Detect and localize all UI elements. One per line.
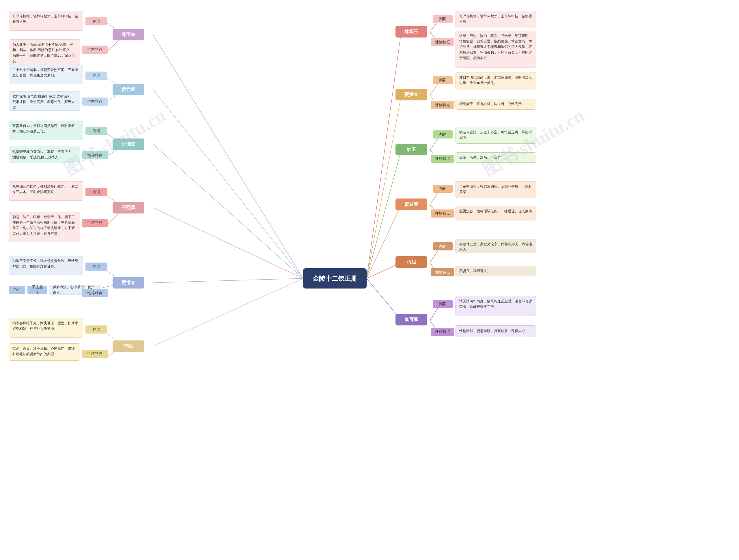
cat-label: 性格特点: [88, 351, 103, 357]
content-shixiangyun-xg: 热情豪爽和心直口快、率直、平等待人、洒脱积极、乐观的,她以诚待人: [9, 147, 80, 163]
person-liwan: 李纨: [113, 341, 144, 352]
cat-jiayuanchun-pan: 判词: [86, 71, 107, 79]
content-qinkeyun-pan: 情天情海幻情身，情既相逢必主淫。漫言不肖皆荣出，造衅开端实在宁。: [455, 296, 536, 316]
cat-jiayingchun-pan: 判词: [433, 185, 453, 193]
center-node: 金陵十二钗正册: [303, 268, 366, 289]
cat-label: 性格特点: [88, 99, 103, 105]
cat-label: 性格特点: [435, 211, 450, 216]
person-label: 薛宝钗: [122, 31, 135, 38]
cat-label: 判词: [93, 18, 100, 24]
content-wangxifeng-pan: 凡鸟偏从末世来，都知爱慕此生才。一从二令三人木，哭向金陵事更哀。: [9, 181, 83, 201]
cat-jiayuanchun-xg: 性格特点: [82, 98, 108, 106]
content-qiaojie-xg: 慕贤良、乖巧可人: [455, 266, 536, 276]
svg-line-6: [366, 32, 401, 278]
cat-label: 性格特点: [88, 220, 103, 226]
person-label: 李纨: [124, 343, 133, 350]
person-label: 秦可卿: [405, 316, 418, 323]
sub-label: 巧姐: [13, 287, 21, 293]
cat-label: 性格特点: [435, 329, 450, 335]
content-miaoyu-xg: 孤僻、高傲、清高、不合群: [455, 152, 536, 163]
cat-xuebaocha-xg: 性格特点: [82, 46, 108, 54]
sub-label: 子主题 1: [30, 284, 44, 296]
content-xuebaocha-xg: 为人处事不慌乱,做事情不留情;稳重、平和、顺从、体贴;巧妙的忍耐,伸张正义。稳重…: [9, 39, 80, 65]
person-label: 贾惜春: [122, 279, 135, 286]
person-jiaxichun: 贾惜春: [113, 277, 144, 289]
cat-label: 判词: [439, 77, 447, 83]
content-jiayingchun-pan: 子系中山狼，得志便猖狂。金闺花柳质，一载赴黄粱。: [455, 181, 536, 198]
person-label: 史湘云: [122, 141, 135, 148]
content-qinkeyun-xg: 性格温和、贤惠孝顺、行事稳妥、深得人心: [455, 326, 536, 337]
svg-line-55: [430, 307, 439, 320]
cat-jiaxichun-pan: 判词: [86, 262, 107, 270]
content-jiatanchun-pan: 才自精明志自高，生于末世运偏消。清明涕送江边望，千里东风一梦遥。: [455, 72, 536, 89]
cat-label: 判词: [93, 128, 100, 134]
person-wangxifeng: 王熙凤: [113, 202, 144, 213]
cat-label: 判词: [93, 73, 100, 78]
cat-qiaojie-pan: 判词: [433, 242, 453, 250]
person-jiatanchun: 贾探春: [396, 89, 427, 101]
cat-jiayingchun-xg: 性格特点: [431, 209, 454, 217]
content-wangxifeng-xg: 聪慧、能干、狠毒、欲望于一体。能干王熙凤是一个做事情很果断干练，在长辈面前又一副…: [9, 212, 80, 242]
cat-label: 判词: [439, 301, 447, 307]
person-label: 贾迎春: [405, 201, 418, 208]
content-liwan-pan: 桃李春风结子完，到头谁似一盆兰。如冰水好空相妒，枉与他人作笑谈。: [9, 318, 83, 338]
cat-label: 性格特点: [88, 47, 103, 52]
svg-line-3: [153, 208, 303, 278]
svg-line-0: [153, 35, 303, 278]
svg-line-39: [430, 82, 439, 95]
person-shixiangyun: 史湘云: [113, 139, 144, 150]
cat-label: 判词: [93, 327, 100, 332]
content-lindaiyu-pan: 可叹停机德，堪怜咏絮才。玉带林中挂，金簪雪里埋。: [455, 11, 536, 28]
cat-qinkeyun-xg: 性格特点: [431, 328, 454, 336]
sub-qiaojie: 巧姐: [9, 286, 25, 294]
content-liwan-xg: 仁爱、善良、才干卓越、心胸宽广、恪守封建礼法的贤女节妇的典型: [9, 343, 80, 361]
cat-wangxifeng-pan: 判词: [86, 188, 107, 196]
cat-label: 判词: [439, 16, 447, 22]
svg-line-7: [366, 95, 401, 278]
svg-line-4: [153, 278, 303, 283]
svg-line-2: [153, 144, 303, 278]
cat-liwan-pan: 判词: [86, 326, 107, 334]
cat-label: 判词: [439, 132, 447, 137]
content-jiaxichun-pan: 勘破三春景不长，缁衣顿改昔年装。可怜绣户侯门女，独卧青灯古佛旁。: [9, 255, 83, 275]
person-lindaiyu: 林黛玉: [396, 26, 427, 37]
person-label: 妙玉: [407, 146, 416, 153]
cat-miaoyu-xg: 性格特点: [431, 155, 454, 163]
person-label: 巧姐: [407, 258, 416, 265]
content-jiayingchun-xg: 温柔沉默、性格懦弱无能、一味退让、任人欺侮: [455, 206, 536, 220]
connections-svg: [0, 0, 739, 560]
content-shixiangyun-pan: 富贵又何为，襁褓之间父母违。展眼吊斜晖，湘江水逝楚云飞。: [9, 121, 83, 140]
cat-jiaxichun-xg: 性格特点: [82, 289, 108, 297]
cat-jiatanchun-pan: 判词: [433, 76, 453, 84]
person-qinkeyun: 秦可卿: [396, 314, 427, 326]
cat-label: 判词: [93, 189, 100, 195]
cat-liwan-xg: 性格特点: [82, 350, 108, 358]
cat-miaoyu-pan: 判词: [433, 131, 453, 139]
content-lindaiyu-xg: 敏感、细心、淡泊、真实、易伤感、绝顶聪明、悟性极强、自尊自爱、多愁善感。博览群书…: [455, 31, 536, 67]
content-jiatanchun-xg: 精明能干、富有心机、能决断、心性高贵: [455, 99, 536, 110]
person-qiaojie: 巧姐: [396, 256, 427, 268]
cat-lindaiyu-pan: 判词: [433, 15, 453, 23]
cat-shixiangyun-pan: 判词: [86, 127, 107, 135]
person-jiayuanchun: 贾元春: [113, 84, 144, 95]
person-xuebaocha: 薛宝钗: [113, 29, 144, 40]
cat-label: 性格特征: [435, 39, 450, 45]
cat-label: 性格特点: [435, 269, 450, 275]
cat-label: 性格特点: [435, 156, 450, 162]
sub-ziti1: 子主题 1: [27, 286, 47, 294]
cat-wangxifeng-xg: 性格特点: [82, 219, 108, 227]
content-qiaojie-pan: 事败休云贵，家亡莫论亲。偶因济刘氏，巧得遇恩人。: [455, 239, 536, 253]
cat-qiaojie-xg: 性格特点: [431, 268, 454, 276]
person-label: 王熙凤: [122, 204, 135, 211]
cat-label: 性格特点: [435, 102, 450, 108]
svg-line-43: [430, 137, 439, 150]
person-miaoyu: 妙玉: [396, 144, 427, 155]
center-label: 金陵十二钗正册: [313, 274, 357, 283]
svg-line-1: [153, 89, 303, 278]
svg-line-5: [153, 278, 303, 346]
cat-jiatanchun-xg: 性格特点: [431, 101, 454, 109]
cat-lindaiyu-xg: 性格特征: [431, 38, 454, 46]
person-label: 林黛玉: [405, 28, 418, 35]
cat-qinkeyun-pan: 判词: [433, 300, 453, 308]
cat-label: 判词: [93, 264, 100, 269]
